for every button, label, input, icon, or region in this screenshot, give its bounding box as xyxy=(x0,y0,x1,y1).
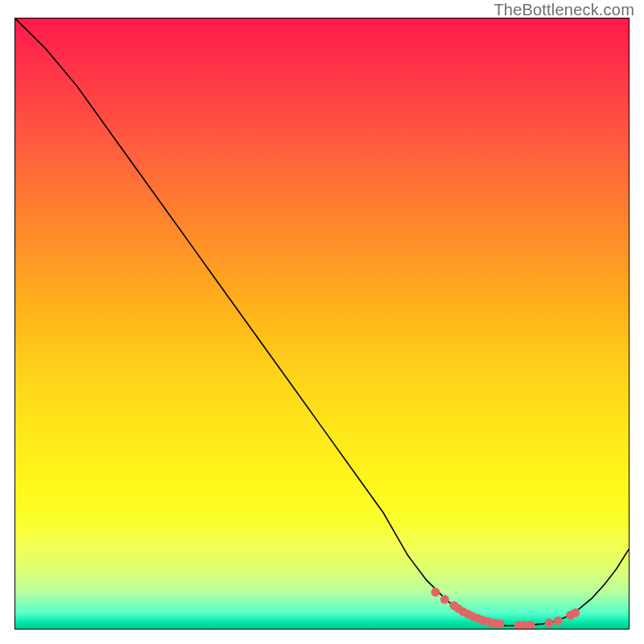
highlight-dot xyxy=(544,618,553,627)
highlight-dots-group xyxy=(431,588,580,629)
highlight-dot xyxy=(431,588,440,597)
bottleneck-curve xyxy=(15,19,629,625)
highlight-dot xyxy=(514,621,522,629)
highlight-dot xyxy=(526,621,535,629)
highlight-dot xyxy=(487,618,496,627)
highlight-dot xyxy=(473,614,482,623)
highlight-dot xyxy=(478,616,487,625)
watermark-text: TheBottleneck.com xyxy=(493,1,634,19)
highlight-dot xyxy=(483,617,492,625)
highlight-dot xyxy=(520,621,529,629)
highlight-dot xyxy=(464,609,473,618)
highlight-dot xyxy=(440,595,449,604)
highlight-dot xyxy=(496,619,505,628)
highlight-dot xyxy=(449,601,458,610)
highlight-dot xyxy=(491,619,500,628)
highlight-dot xyxy=(554,617,563,625)
highlight-dot xyxy=(566,611,575,620)
plot-area xyxy=(14,18,630,630)
highlight-dot xyxy=(571,609,580,617)
highlight-dot xyxy=(469,612,477,621)
highlight-dot xyxy=(459,607,468,616)
curve-svg xyxy=(15,19,629,629)
highlight-dot xyxy=(454,604,463,613)
chart-container: TheBottleneck.com xyxy=(0,0,644,644)
